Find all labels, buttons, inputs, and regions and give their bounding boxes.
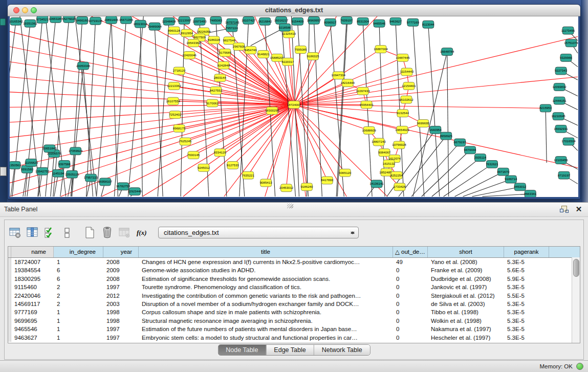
table-cell[interactable]: 0 bbox=[393, 275, 428, 283]
graph-node[interactable]: 9474444 bbox=[464, 146, 477, 154]
graph-node[interactable]: 9218586 bbox=[279, 24, 292, 31]
graph-node[interactable]: 9186714 bbox=[505, 176, 517, 183]
select-all-icon[interactable] bbox=[42, 225, 58, 240]
table-cell[interactable]: 9463627 bbox=[11, 334, 54, 342]
table-cell[interactable]: 2009 bbox=[103, 266, 139, 274]
table-cell[interactable]: 2008 bbox=[103, 275, 139, 283]
table-cell[interactable]: Estimation of the future numbers of pati… bbox=[139, 325, 393, 333]
table-row[interactable]: 946554611997Estimation of the future num… bbox=[8, 325, 580, 333]
table-cell[interactable]: 2003 bbox=[103, 300, 139, 308]
graph-node[interactable]: 10973493 bbox=[192, 17, 207, 25]
graph-node[interactable]: 8252254 bbox=[390, 171, 403, 179]
table-cell[interactable]: 5.5E-5 bbox=[504, 292, 549, 300]
table-cell[interactable]: 5.6E-5 bbox=[504, 266, 549, 274]
table-cell[interactable]: 5.3E-5 bbox=[504, 317, 549, 325]
graph-node[interactable]: 9777169 bbox=[407, 18, 420, 26]
tab-node-table[interactable]: Node Table bbox=[218, 345, 266, 355]
graph-node[interactable]: 17016504 bbox=[561, 138, 576, 145]
graph-node[interactable]: 16648784 bbox=[440, 48, 454, 56]
graph-node[interactable]: 18969957 bbox=[307, 16, 321, 24]
table-cell[interactable]: Structural magnetic resonance image aver… bbox=[139, 317, 393, 325]
graph-node[interactable]: 22420046 bbox=[182, 52, 197, 59]
graph-node[interactable]: 8912954 bbox=[181, 29, 193, 37]
table-cell[interactable]: 2008 bbox=[103, 258, 139, 266]
table-cell[interactable]: 5.3E-5 bbox=[504, 283, 549, 291]
graph-node[interactable]: 9465546 bbox=[373, 19, 386, 27]
graph-node[interactable]: 10653287 bbox=[49, 16, 63, 23]
graph-node[interactable]: 9329966 bbox=[560, 54, 573, 61]
graph-node[interactable]: 7639197 bbox=[340, 16, 353, 24]
table-cell[interactable]: 0 bbox=[393, 325, 428, 333]
graph-node[interactable]: 9132544 bbox=[397, 110, 409, 117]
graph-node[interactable]: 8960128 bbox=[168, 27, 181, 34]
graph-node[interactable]: 8958925 bbox=[440, 132, 453, 140]
graph-node[interactable]: 2718120 bbox=[173, 67, 186, 75]
graph-node[interactable]: 15751074 bbox=[564, 39, 578, 47]
graph-node[interactable]: 7635221 bbox=[242, 171, 255, 179]
graph-node[interactable]: 9146821 bbox=[257, 51, 270, 58]
table-cell[interactable]: 19384554 bbox=[11, 266, 54, 274]
graph-node[interactable]: 9245012 bbox=[198, 164, 210, 171]
graph-node[interactable]: 15954401 bbox=[359, 101, 374, 108]
table-cell[interactable]: 1997 bbox=[103, 325, 139, 333]
minimize-button[interactable] bbox=[22, 7, 28, 13]
graph-node[interactable]: 19654923 bbox=[395, 126, 409, 134]
graph-node[interactable]: 13505115 bbox=[65, 170, 79, 178]
table-cell[interactable]: 9777169 bbox=[11, 308, 54, 316]
graph-node[interactable]: 18724007 bbox=[287, 101, 301, 108]
table-cell[interactable]: Dudbridge et al. (2008) bbox=[428, 275, 504, 283]
table-row[interactable]: 1830029562008Estimation of significance … bbox=[8, 275, 580, 283]
graph-node[interactable]: 9154409 bbox=[291, 17, 304, 25]
graph-node[interactable]: 16958107 bbox=[98, 178, 113, 186]
graph-node[interactable]: 1350561 bbox=[10, 161, 21, 169]
table-row[interactable]: 977716911998Corpus callosum shape and si… bbox=[8, 308, 580, 316]
table-cell[interactable]: 9699695 bbox=[11, 317, 54, 325]
vertical-scrollbar[interactable] bbox=[572, 257, 580, 343]
graph-node[interactable]: 9463627 bbox=[389, 17, 402, 25]
table-selector-dropdown[interactable]: citations_edges.txt bbox=[158, 227, 359, 238]
table-cell[interactable]: Corpus callosum shape and size in male p… bbox=[139, 308, 393, 316]
graph-node[interactable]: 11548408 bbox=[162, 17, 177, 25]
table-cell[interactable]: 0 bbox=[393, 292, 428, 300]
graph-node[interactable]: 12923448 bbox=[128, 188, 142, 195]
graph-node[interactable]: 20651843 bbox=[42, 145, 57, 152]
graph-node[interactable]: 20453012 bbox=[279, 184, 294, 192]
table-row[interactable]: 946362711997Embryonic stem cells: a mode… bbox=[8, 334, 580, 342]
graph-node[interactable]: 11173456 bbox=[561, 27, 575, 34]
graph-node[interactable]: 7625245 bbox=[179, 138, 192, 145]
table-cell[interactable]: 5.3E-5 bbox=[504, 308, 549, 316]
graph-node[interactable]: 7632621 bbox=[486, 161, 498, 168]
close-panel-icon[interactable]: ✕ bbox=[574, 205, 584, 214]
graph-node[interactable]: 8968175 bbox=[173, 125, 186, 133]
graph-node[interactable]: 9175685 bbox=[219, 49, 232, 57]
table-cell[interactable]: Franke et al. (2009) bbox=[428, 266, 504, 274]
table-cell[interactable]: 0 bbox=[393, 266, 428, 274]
table-cell[interactable]: Yano et al. (2008) bbox=[428, 258, 504, 266]
table-row[interactable]: 969969511998Structural magnetic resonanc… bbox=[8, 317, 580, 325]
graph-node[interactable]: 10688609 bbox=[362, 126, 376, 134]
table-row[interactable]: 911546021997Tourette syndrome. Phenomeno… bbox=[8, 283, 580, 291]
table-cell[interactable]: 9115460 bbox=[11, 283, 54, 291]
column-header-in_degree[interactable]: in_degree bbox=[54, 247, 103, 257]
graph-node[interactable]: 9365120 bbox=[339, 169, 352, 177]
graph-node[interactable]: 12213362 bbox=[167, 82, 181, 90]
splitter-grip[interactable] bbox=[287, 204, 293, 208]
table-cell[interactable]: 1998 bbox=[103, 308, 139, 316]
import-table-icon[interactable] bbox=[117, 225, 133, 240]
graph-node[interactable]: 16107427 bbox=[242, 16, 256, 24]
table-cell[interactable]: Hescheler et al. (1997) bbox=[428, 334, 504, 342]
table-cell[interactable]: de Silva et al. (2003) bbox=[428, 300, 504, 308]
table-cell[interactable]: 0 bbox=[393, 308, 428, 316]
graph-node[interactable]: 9734521 bbox=[36, 16, 49, 23]
graph-node[interactable]: 2803144 bbox=[214, 74, 227, 82]
table-row[interactable]: 1456911722003Disruption of a novel membe… bbox=[8, 300, 580, 308]
table-cell[interactable]: 1 bbox=[54, 325, 103, 333]
graph-node[interactable]: 18313014 bbox=[134, 20, 148, 28]
column-header-short[interactable]: short bbox=[428, 247, 504, 257]
graph-node[interactable]: 18107554 bbox=[166, 97, 180, 105]
column-header-name[interactable]: name bbox=[11, 247, 54, 257]
graph-node[interactable]: 12154401 bbox=[402, 82, 416, 90]
graph-node[interactable]: 11154443 bbox=[400, 68, 414, 76]
graph-node[interactable]: 8471670 bbox=[497, 168, 510, 176]
table-cell[interactable]: 5.3E-5 bbox=[504, 300, 549, 308]
